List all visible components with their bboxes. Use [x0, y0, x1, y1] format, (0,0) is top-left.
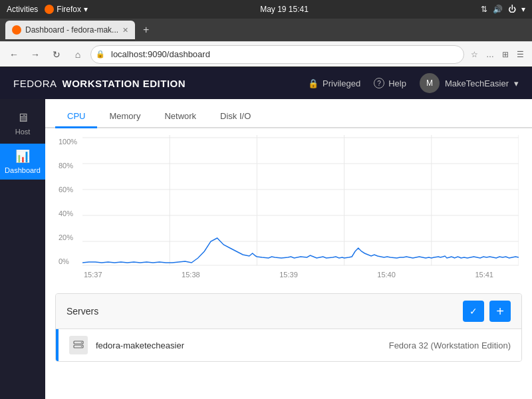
server-icon — [69, 336, 88, 354]
server-info: Fedora 32 (Workstation Edition) — [389, 340, 511, 350]
servers-check-button[interactable]: ✓ — [463, 301, 484, 322]
help-icon: ? — [374, 78, 384, 88]
browser-tab-close[interactable]: ✕ — [122, 26, 128, 35]
y-label-60: 60% — [59, 186, 77, 194]
sidebar: 🖥 Host 📊 Dashboard — [0, 99, 45, 399]
x-label-1539: 15:39 — [279, 271, 298, 279]
servers-title: Servers — [66, 306, 98, 317]
browser-extensions-button[interactable]: ⊞ — [499, 49, 511, 61]
app-navbar: FEDORA WORKSTATION EDITION 🔒 Privileged … — [0, 67, 532, 99]
y-label-0: 0% — [59, 257, 77, 265]
browser-dots-button[interactable]: … — [483, 49, 497, 61]
app-brand: FEDORA WORKSTATION EDITION — [13, 78, 186, 89]
servers-add-button[interactable]: + — [489, 301, 511, 322]
browser-tabs-bar: Dashboard - fedora-mak... ✕ + — [0, 19, 532, 41]
y-label-40: 40% — [59, 209, 77, 217]
os-bar-center: May 19 15:41 — [260, 5, 309, 14]
svg-point-14 — [81, 346, 82, 347]
host-icon: 🖥 — [17, 111, 29, 125]
browser-new-tab-button[interactable]: + — [138, 21, 154, 39]
cpu-chart — [82, 135, 519, 268]
server-svg-icon — [73, 340, 84, 350]
dashboard-icon: 📊 — [15, 149, 30, 164]
sidebar-host-label: Host — [15, 128, 31, 136]
chart-svg-wrapper: 100% 80% 60% 40% 20% 0% — [59, 135, 519, 268]
os-network-icon: ⇅ — [481, 5, 487, 14]
user-menu-button[interactable]: M MakeTechEasier ▾ — [420, 73, 519, 93]
nav-help[interactable]: ? Help — [374, 78, 406, 88]
tab-cpu[interactable]: CPU — [55, 106, 97, 128]
user-name: MakeTechEasier — [445, 78, 509, 88]
y-label-80: 80% — [59, 162, 77, 170]
chart-container: 100% 80% 60% 40% 20% 0% — [45, 128, 532, 285]
firefox-dropdown-icon: ▾ — [84, 5, 88, 14]
help-label: Help — [388, 78, 406, 88]
servers-header: Servers ✓ + — [56, 294, 521, 329]
browser-home-button[interactable]: ⌂ — [69, 46, 86, 63]
url-lock-icon: 🔒 — [96, 50, 105, 59]
x-axis-labels: 15:37 15:38 15:39 15:40 15:41 — [59, 268, 519, 279]
x-label-1541: 15:41 — [475, 271, 493, 279]
browser-bookmark-button[interactable]: ☆ — [468, 49, 481, 61]
nav-privileged[interactable]: 🔒 Privileged — [308, 78, 360, 88]
os-bar-right: ⇅ 🔊 ⏻ ▾ — [481, 5, 525, 14]
browser-tab-active[interactable]: Dashboard - fedora-mak... ✕ — [5, 21, 135, 39]
y-label-100: 100% — [59, 138, 77, 146]
user-dropdown-icon: ▾ — [514, 78, 519, 88]
os-bar-left: Activities Firefox ▾ — [7, 5, 88, 14]
firefox-label: Firefox — [57, 5, 81, 14]
browser-tab-favicon — [12, 25, 21, 35]
main-content: CPU Memory Network Disk I/O 100% 80% 60%… — [45, 99, 532, 399]
sidebar-dashboard-label: Dashboard — [5, 166, 41, 174]
privileged-label: Privileged — [323, 78, 360, 88]
tab-memory[interactable]: Memory — [97, 106, 152, 128]
y-axis-labels: 100% 80% 60% 40% 20% 0% — [59, 135, 77, 268]
x-label-1538: 15:38 — [182, 271, 200, 279]
os-bar: Activities Firefox ▾ May 19 15:41 ⇅ 🔊 ⏻ … — [0, 0, 532, 19]
brand-fedora: FEDORA — [13, 78, 57, 89]
x-label-1540: 15:40 — [377, 271, 396, 279]
lock-icon: 🔒 — [308, 78, 319, 88]
nav-extras: ☆ … ⊞ ☰ — [468, 49, 527, 61]
os-power-icon: ⏻ — [508, 5, 516, 14]
brand-workstation: WORKSTATION EDITION — [63, 78, 186, 89]
user-avatar: M — [420, 73, 440, 93]
server-name: fedora-maketecheasier — [96, 340, 184, 350]
browser-tab-title: Dashboard - fedora-mak... — [25, 25, 118, 35]
svg-point-13 — [81, 342, 82, 343]
app-navbar-right: 🔒 Privileged ? Help M MakeTechEasier ▾ — [308, 73, 519, 93]
y-label-20: 20% — [59, 233, 77, 241]
app-container: 🖥 Host 📊 Dashboard CPU Memory Network Di… — [0, 99, 532, 399]
os-firefox[interactable]: Firefox ▾ — [45, 5, 88, 14]
firefox-icon — [45, 5, 54, 14]
os-activities[interactable]: Activities — [7, 5, 38, 14]
tabs-bar: CPU Memory Network Disk I/O — [45, 99, 532, 128]
servers-section: Servers ✓ + fedora-maketecheasier Fedora — [55, 293, 522, 362]
browser-menu-button[interactable]: ☰ — [514, 49, 527, 61]
servers-actions: ✓ + — [463, 301, 511, 322]
tab-diskio[interactable]: Disk I/O — [208, 106, 263, 128]
tab-network[interactable]: Network — [152, 106, 208, 128]
os-datetime: May 19 15:41 — [260, 5, 309, 14]
os-volume-icon: 🔊 — [493, 5, 503, 14]
browser-back-button[interactable]: ← — [5, 46, 23, 63]
x-label-1537: 15:37 — [84, 271, 102, 279]
url-container: 🔒 — [90, 45, 464, 64]
os-settings-icon: ▾ — [521, 5, 525, 14]
server-row[interactable]: fedora-maketecheasier Fedora 32 (Worksta… — [56, 329, 521, 361]
sidebar-item-host[interactable]: 🖥 Host — [0, 106, 45, 141]
browser-chrome: Dashboard - fedora-mak... ✕ + ← → ↻ ⌂ 🔒 … — [0, 19, 532, 67]
browser-refresh-button[interactable]: ↻ — [48, 46, 65, 63]
url-bar[interactable] — [90, 45, 464, 64]
browser-forward-button[interactable]: → — [27, 46, 44, 63]
browser-nav-bar: ← → ↻ ⌂ 🔒 ☆ … ⊞ ☰ — [0, 41, 532, 66]
sidebar-item-dashboard[interactable]: 📊 Dashboard — [0, 144, 45, 180]
